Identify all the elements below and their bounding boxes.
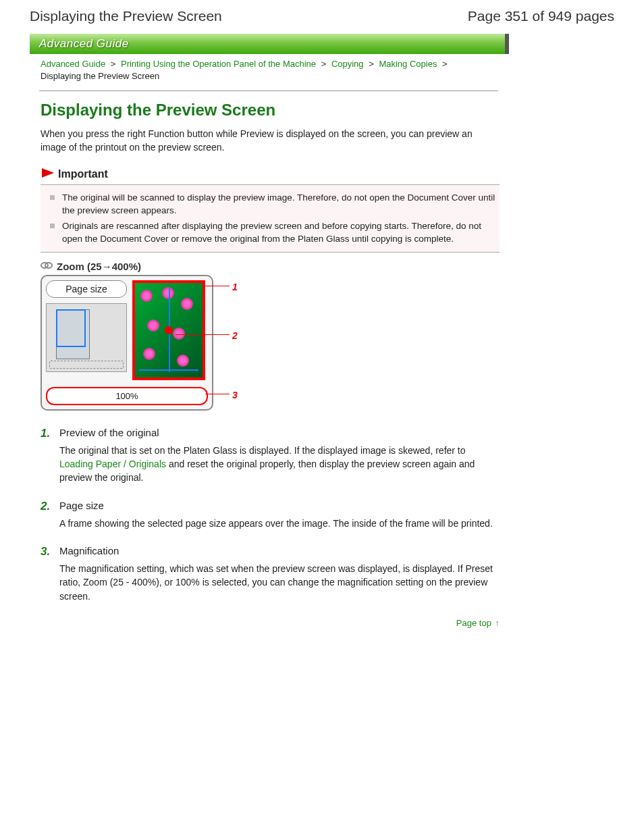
breadcrumb-link[interactable]: Advanced Guide [41,59,105,69]
callout-3: 3 [232,390,238,400]
important-item: The original will be scanned to display … [50,191,495,217]
zoom-title: Zoom (25→400%) [57,261,141,272]
divider [39,90,498,91]
feature-item: 3. Magnification The magnification setti… [41,545,500,603]
preview-image [132,280,205,380]
important-box: The original will be scanned to display … [41,184,500,253]
intro-text: When you press the right Function button… [41,128,500,154]
breadcrumb-sep: > [319,59,329,69]
arrow-up-icon: ↑ [495,618,500,628]
feature-title: Magnification [59,545,500,556]
callout-1: 1 [232,282,238,292]
feature-title: Page size [59,500,500,511]
feature-num: 3. [41,545,50,558]
doc-title: Displaying the Preview Screen [30,8,222,24]
feature-item: 2. Page size A frame showing the selecte… [41,500,500,530]
svg-marker-0 [42,168,54,178]
chain-icon [41,261,53,272]
breadcrumb-sep: > [108,59,119,69]
feature-body: The magnification setting, which was set… [59,562,500,603]
breadcrumb-sep: > [439,59,450,69]
feature-num: 1. [41,427,50,440]
important-label: Important [58,168,108,180]
feature-body: The original that is set on the Platen G… [59,444,500,485]
page-indicator: Page 351 of 949 pages [468,8,614,24]
page-top-link[interactable]: Page top [456,618,491,628]
page-size-button: Page size [46,280,127,298]
feature-title: Preview of the original [59,427,500,438]
breadcrumb: Advanced Guide > Printing Using the Oper… [30,54,486,86]
feature-num: 2. [41,500,50,513]
feature-body: A frame showing the selected page size a… [59,517,500,530]
feature-item: 1. Preview of the original The original … [41,427,500,485]
loading-paper-link[interactable]: Loading Paper / Originals [59,459,166,469]
breadcrumb-link[interactable]: Copying [331,59,364,69]
callout-2: 2 [232,330,238,341]
page-heading: Displaying the Preview Screen [41,101,500,120]
important-item: Originals are rescanned after displaying… [50,219,495,246]
breadcrumb-link[interactable]: Printing Using the Operation Panel of th… [121,59,316,69]
flag-icon [41,167,55,182]
breadcrumb-current: Displaying the Preview Screen [41,71,159,81]
magnification-value: 100% [46,387,208,405]
page-thumb [46,303,127,372]
preview-screenshot: Zoom (25→400%) Page size [41,261,243,411]
breadcrumb-link[interactable]: Making Copies [379,59,437,69]
guide-header: Advanced Guide [30,34,509,54]
breadcrumb-sep: > [366,59,377,69]
